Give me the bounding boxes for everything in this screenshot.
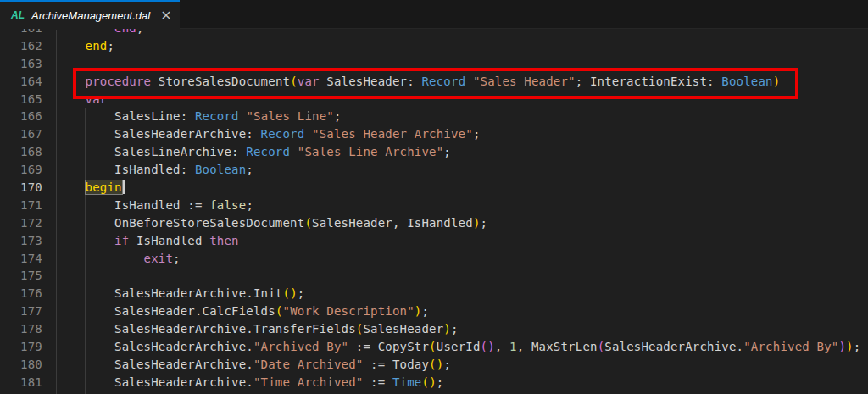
vscode-window: AL ArchiveManagement.dal × 161 end;162 e… xyxy=(0,0,868,394)
code-line[interactable]: 180 SalesHeaderArchive."Date Archived" :… xyxy=(0,356,868,374)
code-text: SalesHeaderArchive.Init(); xyxy=(56,285,304,302)
al-language-icon: AL xyxy=(11,9,25,21)
code-text: SalesLine: Record "Sales Line"; xyxy=(56,108,342,125)
code-line[interactable]: 168 SalesLineArchive: Record "Sales Line… xyxy=(0,143,868,161)
code-line[interactable]: 175 xyxy=(0,267,868,285)
line-number[interactable]: 171 xyxy=(0,197,42,214)
code-line[interactable]: 167 SalesHeaderArchive: Record "Sales He… xyxy=(0,125,868,143)
editor-tab-bar: AL ArchiveManagement.dal × xyxy=(0,0,868,29)
code-line[interactable]: 171 IsHandled := false; xyxy=(0,197,868,214)
code-text: IsHandled := false; xyxy=(56,197,253,214)
line-number[interactable]: 177 xyxy=(0,302,42,320)
code-line[interactable]: 172 OnBeforeStoreSalesDocument(SalesHead… xyxy=(0,214,868,232)
code-text: IsHandled: Boolean; xyxy=(56,161,253,179)
line-number[interactable]: 168 xyxy=(0,143,42,161)
code-text: SalesHeaderArchive.TransferFields(SalesH… xyxy=(56,320,459,338)
code-text: SalesLineArchive: Record "Sales Line Arc… xyxy=(56,143,451,161)
code-text: begin xyxy=(56,179,125,197)
line-number[interactable]: 163 xyxy=(0,55,42,73)
code-text: SalesHeaderArchive."Date Archived" := To… xyxy=(56,356,451,374)
line-number[interactable]: 174 xyxy=(0,250,42,268)
line-number[interactable]: 180 xyxy=(0,356,42,374)
code-line[interactable]: 162 end; xyxy=(0,37,868,55)
line-number[interactable]: 165 xyxy=(0,91,42,108)
code-text: OnBeforeStoreSalesDocument(SalesHeader, … xyxy=(56,214,487,232)
code-text: if IsHandled then xyxy=(56,232,239,250)
code-text: SalesHeader.CalcFields("Work Description… xyxy=(56,302,429,320)
line-number[interactable]: 169 xyxy=(0,161,42,179)
code-text: SalesHeaderArchive."Time Archived" := Ti… xyxy=(56,374,443,391)
line-number[interactable]: 176 xyxy=(0,285,42,302)
code-line[interactable]: 181 SalesHeaderArchive."Time Archived" :… xyxy=(0,374,868,391)
line-number[interactable]: 181 xyxy=(0,374,42,391)
line-number[interactable]: 170 xyxy=(0,179,42,197)
line-number[interactable]: 175 xyxy=(0,267,42,285)
tab-archivemanagement-dal[interactable]: AL ArchiveManagement.dal × xyxy=(0,0,180,29)
line-number[interactable]: 164 xyxy=(0,73,42,91)
tab-filename: ArchiveManagement.dal xyxy=(31,9,150,22)
line-number[interactable]: 162 xyxy=(0,37,42,55)
red-annotation-box xyxy=(73,68,798,99)
code-line[interactable]: 166 SalesLine: Record "Sales Line"; xyxy=(0,108,868,125)
code-text: SalesHeaderArchive: Record "Sales Header… xyxy=(56,125,481,143)
code-line[interactable]: 177 SalesHeader.CalcFields("Work Descrip… xyxy=(0,302,868,320)
line-number[interactable]: 173 xyxy=(0,232,42,250)
text-cursor xyxy=(123,180,125,194)
close-tab-icon[interactable]: × xyxy=(160,8,171,22)
code-line[interactable]: 174 exit; xyxy=(0,250,868,268)
line-number[interactable]: 167 xyxy=(0,125,42,143)
line-number[interactable]: 172 xyxy=(0,214,42,232)
line-number[interactable]: 166 xyxy=(0,108,42,125)
line-number[interactable]: 179 xyxy=(0,338,42,356)
line-number[interactable]: 178 xyxy=(0,320,42,338)
code-text: SalesHeaderArchive."Archived By" := Copy… xyxy=(56,338,860,356)
code-line[interactable]: 176 SalesHeaderArchive.Init(); xyxy=(0,285,868,302)
code-line[interactable]: 169 IsHandled: Boolean; xyxy=(0,161,868,179)
code-line[interactable]: 178 SalesHeaderArchive.TransferFields(Sa… xyxy=(0,320,868,338)
code-line[interactable]: 173 if IsHandled then xyxy=(0,232,868,250)
code-line[interactable]: 179 SalesHeaderArchive."Archived By" := … xyxy=(0,338,868,356)
code-line[interactable]: 170 begin xyxy=(0,179,868,197)
code-text: exit; xyxy=(56,250,181,268)
code-text: end; xyxy=(56,37,114,55)
